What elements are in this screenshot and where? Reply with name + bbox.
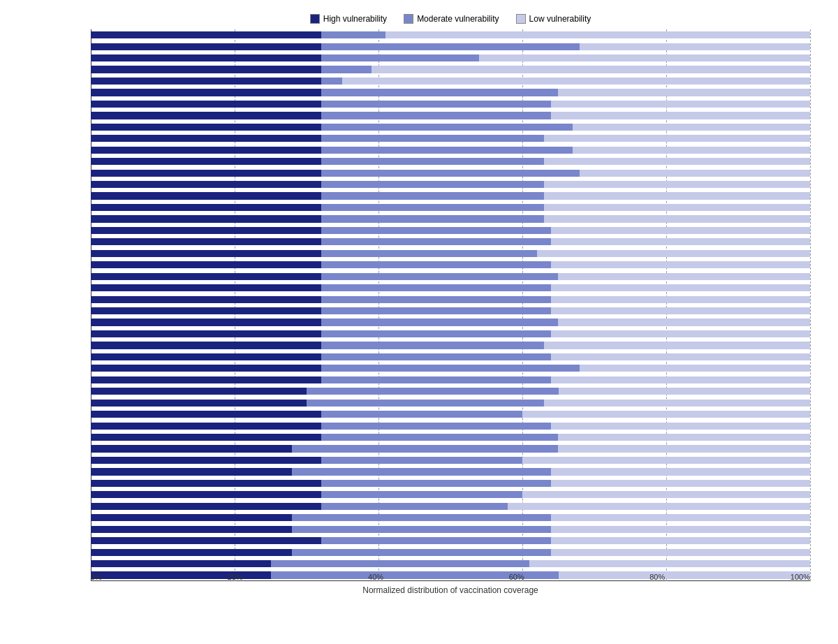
bar-low-segment: [551, 423, 810, 430]
bar-moderate-segment: [321, 124, 573, 131]
bar-moderate-segment: [321, 423, 552, 430]
bar-moderate-segment: [292, 526, 551, 533]
bar-row: North Dakota: [91, 374, 810, 386]
bar-high-segment: [91, 204, 321, 211]
bar-low-segment: [551, 526, 810, 533]
bar-moderate-segment: [321, 78, 343, 85]
bar-high-segment: [91, 227, 321, 234]
bar-row: Mississippi: [91, 328, 810, 339]
bar-high-segment: [91, 89, 321, 96]
bar-high-segment: [91, 181, 321, 188]
bar-low-segment: [558, 273, 810, 280]
bar-high-segment: [91, 445, 292, 452]
bar-high-segment: [91, 560, 271, 567]
bar-high-segment: [91, 284, 321, 291]
bar-high-segment: [91, 376, 321, 383]
bar-row: Utah: [91, 190, 810, 201]
chart-container: High vulnerability Moderate vulnerabilit…: [0, 0, 838, 644]
bar-row: Connecticut: [91, 213, 810, 224]
legend-low-swatch: [516, 14, 526, 24]
bar-low-segment: [551, 101, 810, 108]
bar-high-segment: [91, 112, 321, 119]
bar-low-segment: [551, 514, 810, 521]
bar-moderate-segment: [321, 112, 552, 119]
bar-high-segment: [91, 215, 321, 222]
bar-row: Michigan: [91, 397, 810, 409]
bar-moderate-segment: [321, 158, 544, 165]
bar-moderate-segment: [321, 411, 522, 418]
bar-low-segment: [372, 66, 810, 73]
bar-moderate-segment: [321, 192, 544, 199]
bar-high-segment: [91, 457, 321, 464]
bar-low-segment: [529, 560, 810, 567]
bar-low-segment: [551, 284, 810, 291]
legend: High vulnerability Moderate vulnerabilit…: [91, 14, 810, 24]
bar-row: Tennessee: [91, 259, 810, 270]
bar-row: Missouri: [91, 351, 810, 363]
x-label-100: 100%: [791, 573, 810, 581]
bar-row: Minnesota: [91, 87, 810, 98]
bar-row: Montana: [91, 29, 810, 41]
bar-high-segment: [91, 480, 321, 487]
bar-moderate-segment: [292, 468, 551, 475]
bar-low-segment: [551, 238, 810, 245]
bar-row: Illinois: [91, 305, 810, 316]
bar-row: South Dakota: [91, 225, 810, 236]
bar-moderate-segment: [292, 549, 551, 556]
bar-row: Wisconsin: [91, 386, 810, 397]
bar-high-segment: [91, 526, 292, 533]
bar-low-segment: [551, 112, 810, 119]
legend-high-swatch: [310, 14, 320, 24]
bar-low-segment: [551, 537, 810, 544]
bar-high-segment: [91, 549, 292, 556]
bar-row: Indiana: [91, 339, 810, 351]
bar-moderate-segment: [321, 43, 580, 50]
bar-row: Arizona: [91, 52, 810, 64]
bar-row: Wyoming: [91, 248, 810, 259]
bar-moderate-segment: [321, 204, 544, 211]
bar-moderate-segment: [321, 537, 552, 544]
bar-moderate-segment: [307, 400, 544, 407]
bar-low-segment: [573, 147, 810, 154]
bar-low-segment: [508, 503, 810, 510]
bar-low-segment: [558, 434, 810, 441]
bar-low-segment: [544, 215, 810, 222]
bar-high-segment: [91, 342, 321, 349]
bar-moderate-segment: [321, 250, 537, 257]
bar-moderate-segment: [321, 261, 552, 268]
bar-high-segment: [91, 261, 321, 268]
bar-low-segment: [580, 365, 810, 372]
bar-low-segment: [551, 261, 810, 268]
bar-row: Maryland: [91, 546, 810, 557]
bar-low-segment: [522, 491, 810, 498]
bar-moderate-segment: [321, 89, 559, 96]
bar-low-segment: [580, 170, 810, 177]
bar-row: California: [91, 523, 810, 534]
bar-low-segment: [559, 388, 811, 395]
bar-high-segment: [91, 423, 321, 430]
bar-low-segment: [558, 319, 810, 325]
gridline-100: [810, 29, 811, 581]
bar-low-segment: [551, 468, 810, 475]
bar-low-segment: [580, 43, 810, 50]
bar-moderate-segment: [307, 388, 559, 395]
bar-moderate-segment: [321, 31, 386, 38]
bar-moderate-segment: [271, 560, 530, 567]
bar-row: Maine: [91, 179, 810, 190]
x-label-40: 40%: [368, 573, 383, 581]
legend-moderate-swatch: [404, 14, 413, 24]
bar-low-segment: [479, 54, 810, 61]
bar-low-segment: [551, 330, 810, 337]
bar-high-segment: [91, 250, 321, 257]
bar-row: Kansas: [91, 535, 810, 546]
bar-high-segment: [91, 514, 292, 521]
x-axis-title: Normalized distribution of vaccination c…: [362, 585, 538, 595]
bar-row: Pennsylvania: [91, 293, 810, 305]
bar-low-segment: [551, 480, 810, 487]
bar-moderate-segment: [321, 284, 552, 291]
x-label-20: 20%: [227, 573, 242, 581]
bar-moderate-segment: [321, 480, 552, 487]
bar-moderate-segment: [321, 365, 580, 372]
bar-high-segment: [91, 468, 292, 475]
bar-moderate-segment: [292, 445, 558, 452]
